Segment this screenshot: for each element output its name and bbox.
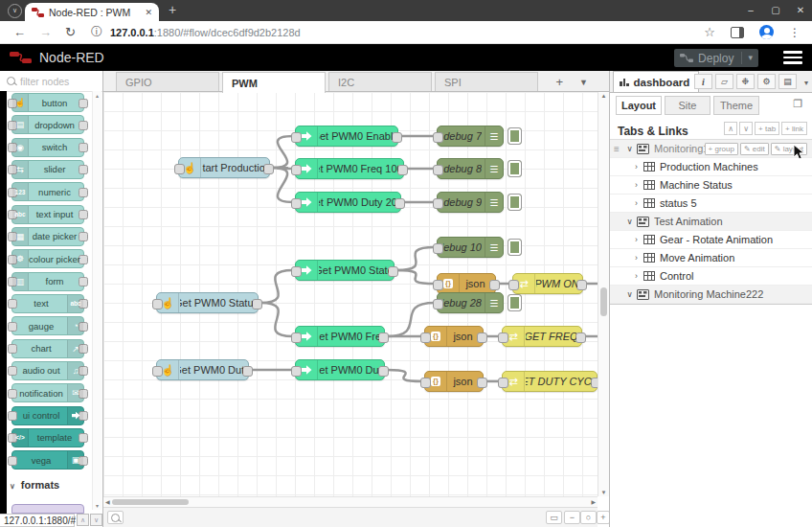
node-output-port[interactable] — [242, 366, 253, 377]
node-output-port[interactable] — [378, 332, 389, 343]
search-flows-button[interactable] — [107, 511, 124, 524]
palette-node-partial[interactable] — [11, 504, 84, 514]
canvas-node-set-pwm0-enable[interactable]: Set PWM0 Enable — [295, 126, 398, 147]
canvas-node-get-pwm0-duty-btn[interactable]: ☝Get PWM0 Duty — [156, 359, 249, 380]
deploy-options-caret-icon[interactable]: ▾ — [741, 52, 753, 64]
canvas-node-get-pwm0-state[interactable]: Get PWM0 State — [295, 260, 395, 281]
tree-row-machine-status[interactable]: ›Machine Status — [610, 176, 812, 195]
sidebar-tab-help[interactable]: ▱ — [715, 74, 733, 89]
palette-node-chart[interactable]: ↗chart — [11, 339, 84, 358]
sidebar-tabs-caret-icon[interactable]: ▾ — [804, 79, 808, 87]
node-output-port[interactable] — [392, 132, 402, 143]
window-minimize-button[interactable]: – — [744, 4, 757, 17]
tree-row-control[interactable]: ›Control — [610, 267, 812, 286]
flow-list-caret-icon[interactable]: ▼ — [579, 78, 588, 87]
canvas-horizontal-scrollbar[interactable]: ◀ ▶ — [103, 496, 598, 507]
reload-button[interactable]: ↻ — [65, 25, 76, 39]
palette-node-switch[interactable]: ◉switch — [11, 138, 84, 157]
scroll-up-mini-button[interactable]: ∧ — [77, 514, 89, 526]
browser-tab[interactable]: Node-RED : PWM ✕ — [25, 3, 159, 21]
canvas-node-debug-8[interactable]: ☰debug 8 — [437, 158, 504, 179]
sidebar-tab-info[interactable]: i — [694, 74, 712, 89]
drag-handle-icon[interactable]: ≡ — [610, 144, 623, 154]
tabs-links-button-[interactable]: ∧ — [724, 122, 737, 135]
canvas-node-json-3[interactable]: {}json — [424, 371, 484, 392]
canvas-node-debug-10[interactable]: ☰debug 10 — [437, 237, 504, 258]
sidebar-tab-dashboard[interactable]: dashboard — [613, 71, 699, 92]
debug-enable-toggle[interactable] — [508, 294, 522, 311]
chevron-right-icon[interactable]: › — [630, 162, 643, 172]
bookmark-star-icon[interactable]: ☆ — [704, 25, 715, 39]
palette-node-colour-picker[interactable]: ☸colour picker — [11, 249, 84, 268]
dashboard-subtab-theme[interactable]: Theme — [713, 96, 759, 115]
chevron-right-icon[interactable]: › — [630, 253, 643, 263]
node-input-port[interactable] — [433, 132, 443, 143]
canvas-node-set-pwm0-duty-20[interactable]: Set PWM0 Duty 20% — [295, 192, 401, 213]
tab-close-icon[interactable]: ✕ — [145, 8, 152, 17]
node-input-port[interactable] — [433, 299, 443, 309]
palette-section-formats[interactable]: ∨formats — [10, 479, 59, 491]
node-output-port[interactable] — [395, 198, 405, 209]
tabs-links-button-tab[interactable]: + tab — [755, 122, 779, 135]
tree-row-production-machines[interactable]: ›Production Machines — [610, 158, 812, 176]
palette-node-form[interactable]: ▥form — [11, 272, 84, 291]
sidebar-tab-context[interactable]: ▤ — [778, 74, 797, 89]
scroll-up-icon[interactable]: ▲ — [598, 93, 609, 99]
chevron-right-icon[interactable]: › — [630, 271, 643, 281]
flow-tab-spi[interactable]: SPI — [435, 72, 538, 91]
tree-row-gear-rotate-animation[interactable]: ›Gear - Rotate Animation — [610, 231, 812, 249]
node-output-port[interactable] — [397, 165, 408, 175]
scroll-down-mini-button[interactable]: ∨ — [90, 514, 102, 526]
tree-button-edit[interactable]: ✎ edit — [740, 143, 769, 155]
chevron-down-icon[interactable]: ∨ — [623, 144, 636, 153]
canvas-vertical-scrollbar[interactable]: ▲ ▼ — [598, 92, 609, 496]
canvas-node-get-pwm0-duty[interactable]: Get PWM0 Duty — [295, 359, 385, 380]
palette-node-text[interactable]: abctext — [11, 294, 84, 313]
palette-node-vega[interactable]: ▣vega — [11, 450, 84, 470]
tree-row-move-animation[interactable]: ›Move Animation — [610, 249, 812, 267]
debug-enable-toggle[interactable] — [508, 160, 522, 177]
site-info-icon[interactable]: ⓘ — [91, 24, 102, 40]
node-output-port[interactable] — [378, 366, 389, 377]
palette-scrollbar[interactable]: ▴ ▾ — [92, 91, 102, 510]
tree-row-monitoring1[interactable]: ≡∨Monitoring1+ group✎ edit✎ layout — [610, 140, 812, 158]
debug-enable-toggle[interactable] — [508, 127, 522, 145]
tree-button-group[interactable]: + group — [705, 143, 738, 155]
node-output-port[interactable] — [489, 280, 500, 290]
node-output-port[interactable] — [252, 299, 262, 309]
canvas-node-get-duty-cycle[interactable]: ⇄GET DUTY CYCLE — [502, 371, 598, 392]
tabs-links-button-[interactable]: ∨ — [739, 122, 753, 135]
forward-button[interactable]: → — [39, 25, 52, 39]
node-output-port[interactable] — [477, 332, 487, 343]
canvas-node-debug-7[interactable]: ☰debug 7 — [437, 126, 504, 147]
zoom-reset-button[interactable]: ○ — [580, 511, 597, 524]
canvas-node-get-freq[interactable]: ⇄GET FREQ — [502, 326, 582, 347]
palette-node-slider[interactable]: ⇆slider — [11, 160, 84, 179]
palette-node-dropdown[interactable]: ▤dropdown — [11, 115, 84, 134]
palette-node-button[interactable]: ☝button — [11, 93, 84, 112]
sidebar-tab-config[interactable]: ⚙ — [757, 74, 776, 89]
chevron-down-icon[interactable]: ∨ — [623, 217, 636, 226]
side-panel-icon[interactable] — [731, 27, 744, 38]
chevron-right-icon[interactable]: › — [630, 235, 643, 244]
add-flow-button[interactable]: + — [555, 75, 563, 89]
palette-node-numeric[interactable]: 123numeric — [11, 182, 84, 201]
canvas-node-set-pwm0-freq-100k[interactable]: Set PWM0 Freq 100K — [295, 158, 404, 179]
canvas-node-json-1[interactable]: {}json — [437, 273, 496, 294]
flow-canvas[interactable]: ☝Start ProductionSet PWM0 EnableSet PWM0… — [103, 92, 598, 496]
node-input-port[interactable] — [433, 243, 443, 254]
node-output-port[interactable] — [388, 266, 398, 277]
scroll-left-icon[interactable]: ◀ — [105, 498, 110, 505]
node-output-port[interactable] — [477, 378, 487, 388]
main-menu-icon[interactable] — [783, 51, 802, 67]
scroll-down-icon[interactable]: ▾ — [93, 502, 102, 509]
address-bar[interactable]: 127.0.0.1:1880/#flow/dcec6df9d2b2128d — [110, 27, 301, 38]
node-output-port[interactable] — [591, 378, 598, 388]
tree-row-monitoring-machine222[interactable]: ∨Monitoring Machine222 — [610, 286, 812, 304]
window-close-button[interactable]: ✕ — [794, 4, 807, 17]
chevron-down-icon[interactable]: ∨ — [623, 289, 636, 299]
chevron-right-icon[interactable]: › — [630, 180, 643, 190]
flow-tab-i2c[interactable]: I2C — [328, 72, 432, 91]
debug-enable-toggle[interactable] — [508, 194, 522, 211]
dashboard-subtab-site[interactable]: Site — [665, 96, 710, 115]
